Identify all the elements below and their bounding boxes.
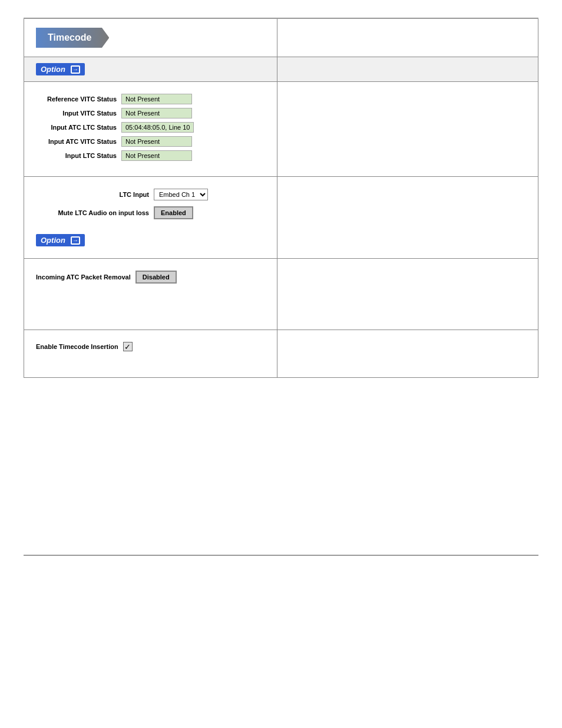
atc-removal-label: Incoming ATC Packet Removal <box>36 274 131 281</box>
ltc-mute-button[interactable]: Enabled <box>154 206 193 219</box>
status-right <box>277 82 538 176</box>
option-label-2: Option <box>41 236 65 245</box>
status-value-0: Not Present <box>121 94 192 104</box>
header-row: Timecode <box>24 19 538 57</box>
atc-removal-row: Incoming ATC Packet Removal Disabled <box>36 271 265 284</box>
status-label-0: Reference VITC Status <box>36 95 121 103</box>
header-right <box>277 19 538 57</box>
ltc-input-select[interactable]: Embed Ch 1 Embed Ch 2 External <box>154 189 208 200</box>
tci-checkbox[interactable]: ✓ <box>123 342 133 351</box>
tci-left: Enable Timecode Insertion ✓ <box>24 330 277 377</box>
ltc-mute-row: Mute LTC Audio on input loss Enabled <box>36 206 265 219</box>
status-value-2: 05:04:48:05.0, Line 10 <box>121 122 194 133</box>
status-value-4: Not Present <box>121 150 192 161</box>
option-row-1-right <box>277 57 538 81</box>
ltc-mute-value: Enabled <box>161 209 186 216</box>
status-row-3: Input ATC VITC Status Not Present <box>36 136 265 147</box>
tci-label: Enable Timecode Insertion <box>36 343 118 350</box>
main-container: Timecode Option Reference VITC Status No… <box>24 19 538 378</box>
atc-right <box>277 259 538 330</box>
status-row-0: Reference VITC Status Not Present <box>36 94 265 104</box>
option-arrow-icon-1 <box>71 65 80 74</box>
bottom-space <box>0 378 562 555</box>
ltc-input-row: LTC Input Embed Ch 1 Embed Ch 2 External <box>36 189 265 200</box>
option-badge-1[interactable]: Option <box>36 63 85 75</box>
header-left: Timecode <box>24 19 277 57</box>
atc-removal-value: Disabled <box>143 274 170 281</box>
status-row-2: Input ATC LTC Status 05:04:48:05.0, Line… <box>36 122 265 133</box>
timecode-title: Timecode <box>48 32 91 42</box>
status-row-4: Input LTC Status Not Present <box>36 150 265 161</box>
bottom-divider <box>24 555 538 556</box>
tci-section: Enable Timecode Insertion ✓ <box>24 330 538 377</box>
tci-row: Enable Timecode Insertion ✓ <box>36 342 265 351</box>
tci-right <box>277 330 538 377</box>
status-label-1: Input VITC Status <box>36 110 121 117</box>
atc-section: Incoming ATC Packet Removal Disabled <box>24 259 538 330</box>
status-value-1: Not Present <box>121 108 192 118</box>
ltc-input-label: LTC Input <box>36 191 154 198</box>
ltc-left: LTC Input Embed Ch 1 Embed Ch 2 External… <box>24 177 277 258</box>
ltc-right <box>277 177 538 258</box>
atc-left: Incoming ATC Packet Removal Disabled <box>24 259 277 330</box>
status-section: Reference VITC Status Not Present Input … <box>24 82 538 177</box>
option-label-1: Option <box>41 65 65 74</box>
status-label-3: Input ATC VITC Status <box>36 138 121 145</box>
option-arrow-icon-2 <box>71 236 80 245</box>
timecode-banner: Timecode <box>36 28 109 48</box>
status-value-3: Not Present <box>121 136 192 147</box>
option-badge-2[interactable]: Option <box>36 234 85 246</box>
status-left: Reference VITC Status Not Present Input … <box>24 82 277 176</box>
status-label-2: Input ATC LTC Status <box>36 124 121 131</box>
option-row-1-left: Option <box>24 57 277 81</box>
ltc-section: LTC Input Embed Ch 1 Embed Ch 2 External… <box>24 177 538 259</box>
status-label-4: Input LTC Status <box>36 152 121 159</box>
status-table: Reference VITC Status Not Present Input … <box>36 94 265 161</box>
ltc-mute-label: Mute LTC Audio on input loss <box>36 209 154 216</box>
option-row-1: Option <box>24 57 538 82</box>
status-row-1: Input VITC Status Not Present <box>36 108 265 118</box>
atc-removal-button[interactable]: Disabled <box>135 271 177 284</box>
